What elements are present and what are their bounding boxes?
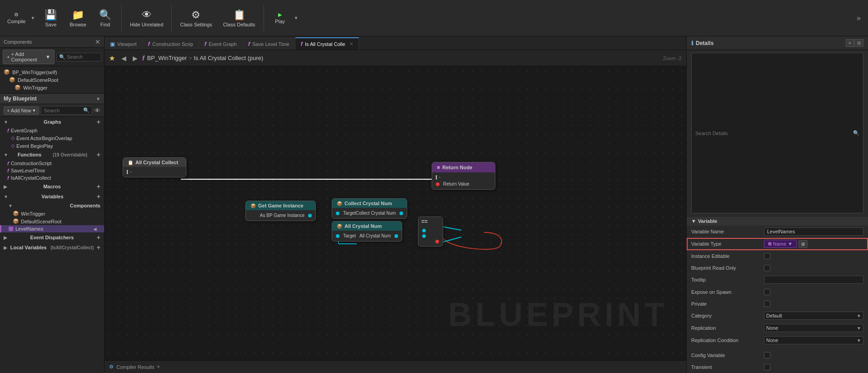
functions-add-icon[interactable]: + <box>97 151 100 158</box>
add-component-button[interactable]: + + Add Component ▼ <box>3 50 55 64</box>
functions-section-header[interactable]: ▼ Functions (19 Overridable) + <box>0 150 104 160</box>
compile-arrow[interactable]: ▼ <box>29 10 36 26</box>
type-grid-button[interactable]: ⊞ <box>798 240 808 248</box>
compile-button[interactable]: ⚙ Compile <box>4 10 29 26</box>
level-names-item[interactable]: LevelNames ◀ <box>0 225 104 232</box>
graphs-add-icon[interactable]: + <box>97 118 100 126</box>
compile-split-btn[interactable]: ⚙ Compile ▼ <box>4 10 36 26</box>
default-scene-root-var-item[interactable]: 📦 DefaultSceneRoot <box>0 217 104 225</box>
visibility-button[interactable]: 👁 <box>94 107 100 114</box>
tooltip-input[interactable] <box>764 276 863 284</box>
bp-self-icon: 📦 <box>4 69 10 75</box>
local-variables-header[interactable]: ▶ Local Variables (IsAllCrystalCollect) … <box>0 242 104 252</box>
play-split-btn[interactable]: ▶ Play ▼ <box>268 10 300 26</box>
node-all-crystal-header: 📋 All Crystal Collect <box>123 158 186 167</box>
details-scroll[interactable]: ▼ Variable Variable Name Variable Type <box>687 216 868 373</box>
private-checkbox[interactable] <box>764 301 770 307</box>
blueprint-search-input[interactable] <box>44 108 82 113</box>
tab-save-level-time[interactable]: f Save Level Time <box>243 38 295 50</box>
components-sub-header[interactable]: ▼ Components <box>0 202 104 210</box>
instance-editable-checkbox[interactable] <box>764 253 770 259</box>
list-view-button[interactable]: ≡ <box>846 39 854 47</box>
default-scene-root-item[interactable]: 📦 DefaultSceneRoot <box>0 76 104 84</box>
replication-select[interactable]: None ▼ <box>764 324 863 332</box>
play-button[interactable]: ▶ Play <box>268 10 293 26</box>
tab-event-graph[interactable]: f Event Graph <box>199 38 243 50</box>
components-collapse-icon[interactable]: ✕ <box>95 38 100 45</box>
class-settings-button[interactable]: ⚙ Class Settings <box>175 7 216 29</box>
node-collect-crystal[interactable]: 📦 Collect Crystal Num Target Collect Cry… <box>332 198 407 219</box>
tab-viewport[interactable]: ▣ Viewport <box>105 38 143 50</box>
tab-is-all-crystal[interactable]: f Is All Crystal Colle ✕ <box>295 37 359 50</box>
tooltip-row: Tooltip <box>687 274 868 286</box>
category-row: Category Default ▼ <box>687 310 868 322</box>
graphs-section-header[interactable]: ▼ Graphs + <box>0 117 104 127</box>
functions-collapse-icon: ▼ <box>4 152 8 157</box>
category-arrow-icon: ▼ <box>857 313 861 318</box>
macros-add-icon[interactable]: + <box>97 183 100 190</box>
save-level-time-item[interactable]: f SaveLevelTime <box>0 167 104 174</box>
hide-unrelated-label: Hide Unrelated <box>130 22 163 27</box>
variable-collapse-icon: ▼ <box>691 218 696 224</box>
replication-condition-select[interactable]: None ▼ <box>764 336 863 344</box>
variable-type-button[interactable]: Name ▼ <box>764 240 797 248</box>
variables-section-header[interactable]: ▼ Variables + <box>0 192 104 202</box>
expand-button[interactable]: » <box>853 12 864 24</box>
win-trigger-var-item[interactable]: 📦 WinTrigger <box>0 210 104 217</box>
tab-construction-script[interactable]: f Construction Scrip <box>143 38 199 50</box>
level-names-arrow[interactable]: ◀ <box>93 227 97 232</box>
win-trigger-var-label: WinTrigger <box>21 211 45 217</box>
add-new-button[interactable]: + Add New ▼ <box>4 106 39 115</box>
node-all-crystal-collect[interactable]: 📋 All Crystal Collect <box>123 157 186 177</box>
compiler-bar[interactable]: ⚙ Compiler Results ▼ <box>105 360 686 373</box>
class-defaults-button[interactable]: 📋 Class Defaults <box>219 7 260 29</box>
bp-self-item[interactable]: 📦 BP_WinTrigger(self) <box>0 68 104 76</box>
all-crystal-out-dot <box>394 234 398 238</box>
details-search-input[interactable] <box>695 131 853 136</box>
event-dispatchers-add-icon[interactable]: + <box>97 234 100 241</box>
equals-body <box>419 226 443 246</box>
node-all-crystal-num[interactable]: 📦 All Crystal Num Target All Crystal Num <box>332 221 402 242</box>
hide-unrelated-button[interactable]: 👁 Hide Unrelated <box>125 7 168 29</box>
node-return[interactable]: ■ Return Node R <box>432 162 495 190</box>
event-actor-begin-overlap-item[interactable]: ◇ Event ActorBeginOverlap <box>0 134 104 142</box>
macros-collapse-icon: ▶ <box>4 184 7 189</box>
component-search-input[interactable] <box>67 54 99 60</box>
browse-button[interactable]: 📁 Browse <box>65 7 91 29</box>
grid-view-button[interactable]: ⊞ <box>854 39 863 47</box>
save-button[interactable]: 💾 Save <box>38 7 63 29</box>
find-button[interactable]: 🔍 Find <box>93 7 118 29</box>
forward-button[interactable]: ▶ <box>131 54 140 63</box>
event-dispatchers-header[interactable]: ▶ Event Dispatchers + <box>0 232 104 242</box>
back-button[interactable]: ◀ <box>120 54 128 63</box>
all-crystal-out-pin: All Crystal Num <box>359 233 398 238</box>
win-trigger-item[interactable]: 📦 WinTrigger <box>0 84 104 91</box>
config-variable-row: Config Variable <box>687 349 868 361</box>
breadcrumb-bar: ★ ◀ ▶ f BP_WinTrigger > Is All Crystal C… <box>105 50 686 66</box>
variable-name-input[interactable] <box>764 227 863 236</box>
event-graph-item[interactable]: f EventGraph <box>0 127 104 134</box>
config-variable-checkbox[interactable] <box>764 352 770 358</box>
category-select[interactable]: Default ▼ <box>764 312 863 320</box>
components-title: Components <box>4 39 32 45</box>
local-variables-add-icon[interactable]: + <box>97 244 100 251</box>
event-begin-play-item[interactable]: ◇ Event BeginPlay <box>0 142 104 150</box>
transient-checkbox[interactable] <box>764 364 770 370</box>
breadcrumb-func-icon: f <box>142 55 145 62</box>
expose-on-spawn-checkbox[interactable] <box>764 289 770 295</box>
components-toolbar: + + Add Component ▼ 🔍 <box>0 48 104 66</box>
my-blueprint-header[interactable]: My Blueprint ▼ <box>0 93 104 104</box>
is-all-crystal-item[interactable]: f IsAllCrystalCollect <box>0 174 104 181</box>
variables-add-icon[interactable]: + <box>97 193 100 200</box>
node-get-game-instance[interactable]: 📦 Get Game Instance As BP Game Instance <box>245 201 316 221</box>
tab-close-icon[interactable]: ✕ <box>349 41 353 46</box>
node-equals[interactable]: == <box>418 217 443 247</box>
construction-script-item[interactable]: f ConstructionScript <box>0 160 104 167</box>
play-arrow[interactable]: ▼ <box>293 10 300 26</box>
blueprint-read-only-checkbox[interactable] <box>764 265 770 271</box>
macros-section-header[interactable]: ▶ Macros + <box>0 181 104 192</box>
breadcrumb-bp-name: BP_WinTrigger <box>147 55 187 61</box>
variable-section-header[interactable]: ▼ Variable <box>687 216 868 226</box>
blueprint-canvas[interactable]: BLUEPRINT <box>105 66 686 360</box>
event-graph-label: EventGraph <box>11 128 38 133</box>
